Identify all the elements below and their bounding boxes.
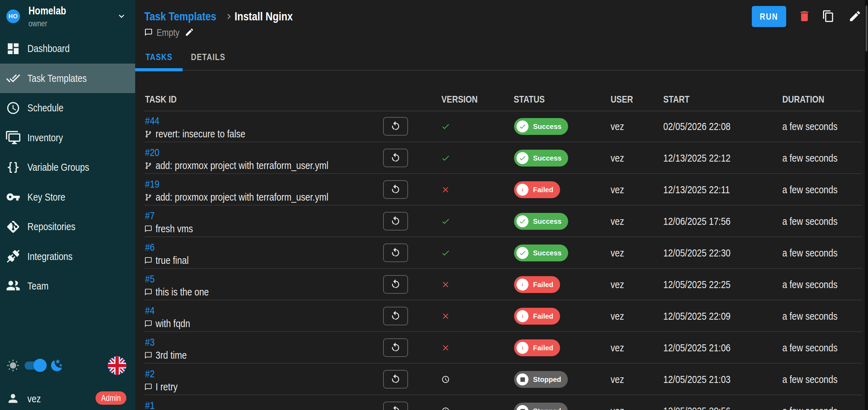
- tab-details[interactable]: DETAILS: [183, 46, 234, 69]
- sidebar-item-label: Integrations: [27, 250, 83, 262]
- version-x-icon: [441, 185, 450, 194]
- delete-icon[interactable]: [798, 9, 811, 23]
- table-row: #7 fresh vms Success vez 12/06/2025 17:5: [135, 206, 868, 237]
- task-id-link[interactable]: #20: [145, 147, 163, 158]
- status-badge: Success: [514, 213, 568, 230]
- branch-icon: [144, 130, 152, 138]
- rerun-task-button[interactable]: [383, 117, 408, 136]
- task-id-link[interactable]: #5: [145, 273, 157, 285]
- sidebar-item-label: Key Store: [27, 191, 74, 203]
- task-user: vez: [611, 343, 627, 353]
- sidebar-item-repositories[interactable]: Repositories: [0, 212, 135, 242]
- sidebar-item-integrations[interactable]: Integrations: [0, 242, 135, 272]
- task-start: 12/05/2025 22:30: [663, 248, 745, 258]
- task-message: add: proxmox project with terraform_user…: [144, 160, 366, 171]
- rerun-task-button[interactable]: [383, 370, 408, 389]
- project-role: owner: [28, 19, 51, 28]
- page-title: Install Nginx: [235, 9, 305, 23]
- task-user: vez: [611, 153, 627, 163]
- task-duration: a few seconds: [782, 406, 850, 410]
- task-duration: a few seconds: [782, 121, 850, 132]
- rerun-task-button[interactable]: [383, 338, 408, 357]
- sidebar-item-team[interactable]: Team: [0, 271, 135, 301]
- edit-icon[interactable]: [848, 9, 862, 23]
- rerun-task-button[interactable]: [383, 243, 408, 262]
- scrollbar-thumb[interactable]: [866, 6, 867, 51]
- sidebar-item-label: Inventory: [27, 132, 71, 144]
- task-message: I retry: [144, 382, 183, 392]
- sidebar-item-dashboard[interactable]: Dashboard: [0, 34, 135, 64]
- version-clock-icon: [441, 375, 450, 384]
- status-badge-icon: [517, 310, 528, 322]
- sidebar-item-key-store[interactable]: Key Store: [0, 182, 135, 212]
- edit-description-icon[interactable]: [185, 27, 194, 37]
- sidebar-item-variable-groups[interactable]: Variable Groups: [0, 152, 135, 182]
- user-menu[interactable]: vez Admin: [0, 386, 135, 410]
- connection-icon: [6, 249, 20, 263]
- version-check-icon: [441, 154, 450, 163]
- column-header-duration: DURATION: [782, 94, 834, 105]
- table-row: #2 I retry Stopped vez 12/05/2025 21:03: [135, 364, 868, 395]
- version-x-icon: [441, 343, 450, 352]
- status-badge-label: Success: [533, 217, 561, 226]
- project-initials: HO: [8, 13, 18, 20]
- rerun-task-button[interactable]: [383, 212, 408, 230]
- table-row: #3 3rd time Failed vez 12/05/2025 21:06: [135, 332, 868, 364]
- sidebar-item-inventory[interactable]: Inventory: [0, 123, 135, 153]
- task-user: vez: [611, 279, 627, 290]
- task-message: add: proxmox project with terraform_user…: [144, 192, 366, 202]
- status-badge-label: Success: [533, 249, 561, 257]
- task-id-link[interactable]: #19: [145, 178, 163, 190]
- column-header-version: VERSION: [441, 94, 486, 105]
- key-icon: [6, 190, 20, 204]
- task-duration: a few seconds: [782, 311, 850, 321]
- message-icon: [144, 320, 152, 328]
- status-badge-icon: [517, 373, 528, 385]
- status-badge-icon: [517, 247, 528, 259]
- task-id-link[interactable]: #4: [145, 305, 157, 316]
- rerun-task-button[interactable]: [383, 149, 408, 167]
- status-badge-icon: [517, 121, 528, 132]
- rerun-task-button[interactable]: [383, 307, 408, 325]
- sidebar-item-task-templates[interactable]: Task Templates: [0, 64, 135, 93]
- task-start: 12/05/2025 20:56: [663, 406, 745, 410]
- project-name: Homelab: [28, 5, 74, 17]
- language-flag-icon[interactable]: [108, 356, 126, 375]
- status-badge-icon: [517, 184, 528, 196]
- copy-icon[interactable]: [822, 10, 835, 22]
- sidebar-item-schedule[interactable]: Schedule: [0, 93, 135, 123]
- project-avatar: HO: [6, 9, 20, 23]
- project-switcher[interactable]: HO Homelab owner: [0, 0, 135, 34]
- message-icon: [144, 28, 153, 37]
- task-id-link[interactable]: #7: [145, 210, 157, 221]
- scrollbar-track[interactable]: [865, 0, 868, 410]
- version-check-icon: [441, 217, 450, 226]
- run-button[interactable]: RUN: [752, 6, 786, 27]
- table-row: #5 this is the one Failed vez 12/05/2025: [135, 269, 868, 300]
- task-duration: a few seconds: [782, 216, 850, 227]
- status-badge-label: Failed: [533, 186, 553, 194]
- breadcrumb-parent-link[interactable]: Task Templates: [144, 9, 232, 23]
- rerun-icon: [390, 405, 401, 410]
- task-start: 02/05/2026 22:08: [663, 121, 745, 132]
- task-id-link[interactable]: #6: [145, 242, 157, 253]
- account-icon: [6, 392, 20, 405]
- status-badge: Stopped: [514, 403, 568, 410]
- clock-outline-icon: [6, 101, 20, 115]
- task-id-link[interactable]: #3: [145, 337, 157, 348]
- tab-tasks[interactable]: TASKS: [135, 46, 183, 69]
- task-message: this is the one: [144, 287, 221, 297]
- task-id-link[interactable]: #44: [145, 115, 163, 126]
- rerun-task-button[interactable]: [383, 180, 408, 199]
- task-id-link[interactable]: #2: [145, 368, 157, 379]
- task-start: 12/05/2025 21:03: [663, 374, 745, 385]
- task-duration: a few seconds: [782, 374, 850, 385]
- rerun-task-button[interactable]: [383, 275, 408, 294]
- task-start: 12/05/2025 22:25: [663, 279, 745, 290]
- light-mode-icon: [7, 359, 19, 372]
- account-multiple-icon: [6, 279, 20, 293]
- code-braces-icon: [6, 160, 20, 175]
- task-id-link[interactable]: #1: [145, 400, 157, 410]
- dark-mode-toggle[interactable]: [25, 360, 45, 371]
- rerun-task-button[interactable]: [383, 402, 408, 410]
